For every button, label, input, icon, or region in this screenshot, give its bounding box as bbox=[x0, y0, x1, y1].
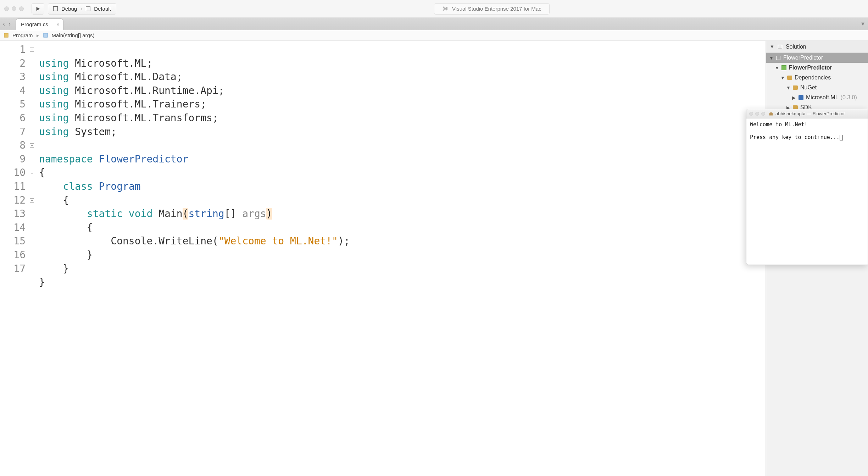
terminal-output: Welcome to ML.Net! Press any key to cont… bbox=[746, 118, 868, 143]
package-version: (0.3.0) bbox=[841, 94, 857, 101]
solution-icon bbox=[776, 56, 780, 60]
config-debug: Debug bbox=[61, 6, 77, 12]
tree-project[interactable]: FlowerPredictor bbox=[766, 63, 868, 73]
play-icon bbox=[35, 6, 40, 11]
line-number: 3 bbox=[0, 70, 28, 84]
chevron-right-icon: ▸ bbox=[37, 32, 39, 39]
line-number: 9 bbox=[0, 153, 28, 166]
line-number: 8 bbox=[0, 139, 28, 153]
window-controls bbox=[4, 6, 24, 11]
tab-nav: ‹ › bbox=[0, 18, 13, 30]
tree-solution-root[interactable]: FlowerPredictor bbox=[766, 53, 868, 63]
line-number: 14 bbox=[0, 221, 28, 235]
folder-icon bbox=[793, 85, 798, 90]
zoom-dot[interactable] bbox=[761, 112, 765, 116]
twisty-icon[interactable] bbox=[775, 65, 779, 71]
svg-rect-2 bbox=[43, 33, 47, 37]
line-number: 15 bbox=[0, 234, 28, 248]
twisty-icon[interactable] bbox=[769, 55, 773, 61]
minimize-dot[interactable] bbox=[755, 112, 759, 116]
target-icon bbox=[53, 6, 58, 11]
tree-label: FlowerPredictor bbox=[789, 65, 832, 71]
tree-nuget[interactable]: NuGet bbox=[766, 83, 868, 93]
solution-header[interactable]: ▼ Solution bbox=[766, 41, 868, 53]
nav-back-icon[interactable]: ‹ bbox=[3, 20, 5, 28]
tree-dependencies[interactable]: Dependencies bbox=[766, 73, 868, 83]
app-title-pill: Visual Studio Enterprise 2017 for Mac bbox=[434, 3, 550, 15]
twisty-icon[interactable] bbox=[792, 95, 796, 100]
chevron-right-icon: › bbox=[80, 6, 82, 12]
breadcrumb-class[interactable]: Program bbox=[12, 32, 33, 38]
nuget-icon bbox=[799, 95, 803, 100]
config-default: Default bbox=[94, 6, 111, 12]
line-number: 7 bbox=[0, 125, 28, 139]
twisty-icon[interactable] bbox=[786, 85, 790, 90]
line-number: 6 bbox=[0, 111, 28, 125]
folder-icon bbox=[787, 76, 792, 80]
editor[interactable]: 1 2 3 4 5 6 7 8 9 10 11 12 13 14 15 16 1… bbox=[0, 41, 766, 476]
minimize-dot[interactable] bbox=[12, 6, 16, 11]
line-number: 11 bbox=[0, 180, 28, 194]
zoom-dot[interactable] bbox=[19, 6, 24, 11]
fold-gutter bbox=[28, 41, 35, 476]
tree-label: Microsoft.ML bbox=[806, 94, 839, 101]
tab-label: Program.cs bbox=[21, 21, 48, 27]
fold-toggle-icon[interactable] bbox=[30, 198, 34, 203]
chevron-down-icon: ▼ bbox=[770, 44, 774, 49]
terminal-titlebar[interactable]: abhishekgupta — FlowerPredictor bbox=[746, 109, 868, 118]
home-icon bbox=[769, 111, 773, 116]
tab-program-cs[interactable]: Program.cs × bbox=[16, 18, 63, 30]
line-number: 4 bbox=[0, 84, 28, 98]
terminal-window[interactable]: abhishekgupta — FlowerPredictor Welcome … bbox=[746, 109, 868, 265]
visual-studio-icon bbox=[442, 6, 449, 12]
terminal-title: abhishekgupta — FlowerPredictor bbox=[775, 111, 845, 116]
tab-overflow-icon[interactable]: ▾ bbox=[858, 18, 868, 30]
line-number: 16 bbox=[0, 248, 28, 262]
line-number: 13 bbox=[0, 207, 28, 221]
svg-rect-1 bbox=[4, 33, 8, 37]
line-number: 12 bbox=[0, 194, 28, 207]
line-gutter: 1 2 3 4 5 6 7 8 9 10 11 12 13 14 15 16 1… bbox=[0, 41, 28, 476]
fold-toggle-icon[interactable] bbox=[30, 171, 34, 175]
tree-label: FlowerPredictor bbox=[783, 55, 823, 61]
device-icon bbox=[86, 6, 90, 11]
titlebar: Debug › Default Visual Studio Enterprise… bbox=[0, 0, 868, 18]
nav-forward-icon[interactable]: › bbox=[9, 20, 11, 28]
breadcrumb-method[interactable]: Main(string[] args) bbox=[52, 32, 95, 38]
tree-label: Dependencies bbox=[795, 74, 831, 81]
line-number: 2 bbox=[0, 57, 28, 71]
app-title: Visual Studio Enterprise 2017 for Mac bbox=[452, 6, 541, 12]
cursor-icon bbox=[840, 135, 843, 140]
window-controls bbox=[749, 112, 765, 116]
solution-icon bbox=[778, 45, 782, 49]
tree-label: NuGet bbox=[800, 84, 817, 91]
line-number: 5 bbox=[0, 98, 28, 111]
method-icon bbox=[43, 33, 48, 38]
svg-marker-0 bbox=[37, 7, 40, 11]
line-number: 1 bbox=[0, 43, 28, 57]
run-button[interactable] bbox=[32, 3, 44, 15]
line-number: 10 bbox=[0, 166, 28, 180]
close-dot[interactable] bbox=[4, 6, 9, 11]
twisty-icon[interactable] bbox=[780, 75, 785, 81]
breadcrumb: Program ▸ Main(string[] args) bbox=[0, 30, 868, 41]
close-dot[interactable] bbox=[749, 112, 753, 116]
csharp-project-icon bbox=[781, 65, 786, 70]
fold-toggle-icon[interactable] bbox=[30, 143, 34, 148]
solution-header-label: Solution bbox=[786, 44, 806, 50]
tree-package[interactable]: Microsoft.ML (0.3.0) bbox=[766, 93, 868, 103]
run-config-selector[interactable]: Debug › Default bbox=[48, 3, 116, 15]
class-icon bbox=[4, 33, 9, 38]
tab-strip: ‹ › Program.cs × ▾ bbox=[0, 18, 868, 30]
fold-toggle-icon[interactable] bbox=[30, 48, 34, 52]
line-number: 17 bbox=[0, 262, 28, 276]
close-icon[interactable]: × bbox=[56, 21, 60, 27]
code-area[interactable]: using Microsoft.ML; using Microsoft.ML.D… bbox=[35, 41, 766, 476]
